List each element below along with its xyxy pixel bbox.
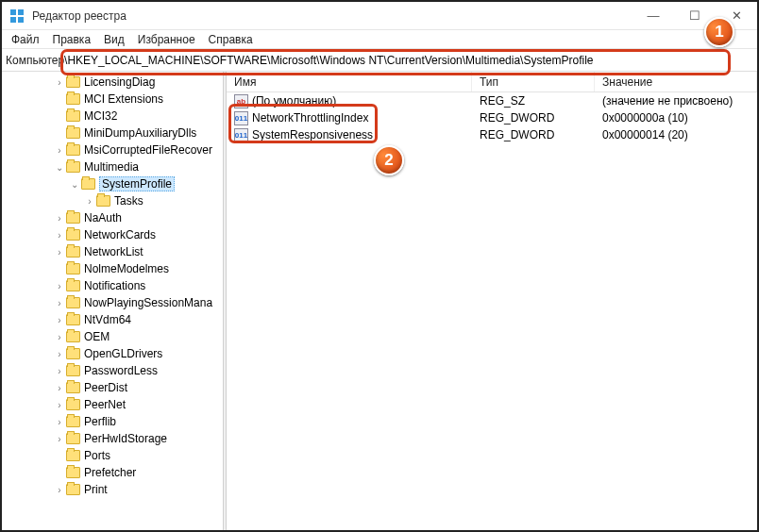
chevron-right-icon[interactable]: › — [53, 432, 66, 445]
tree-item[interactable]: ›NetworkCards — [2, 226, 223, 243]
chevron-right-icon[interactable]: › — [53, 347, 66, 360]
tree-item-label: OEM — [84, 330, 110, 343]
chevron-right-icon[interactable]: › — [53, 211, 66, 224]
tree-item-label: MiniDumpAuxiliaryDlls — [84, 126, 196, 140]
value-row[interactable]: 011NetworkThrottlingIndexREG_DWORD0x0000… — [227, 109, 757, 126]
tree-item[interactable]: ›NowPlayingSessionMana — [2, 294, 223, 311]
chevron-right-icon[interactable]: › — [53, 296, 66, 309]
menu-view[interactable]: Вид — [98, 32, 130, 47]
chevron-right-icon[interactable]: › — [83, 194, 96, 208]
chevron-right-icon[interactable]: › — [53, 381, 66, 394]
folder-icon — [66, 297, 80, 308]
tree-item[interactable]: ›Notifications — [2, 277, 223, 294]
value-data: 0x0000000a (10) — [595, 111, 757, 125]
tree-item[interactable]: Ports — [2, 447, 223, 464]
menu-edit[interactable]: Правка — [47, 32, 97, 47]
folder-icon — [66, 246, 80, 258]
value-type: REG_DWORD — [472, 128, 595, 141]
tree-item[interactable]: ›LicensingDiag — [2, 74, 223, 91]
tree-item[interactable]: ›Tasks — [2, 192, 223, 209]
chevron-right-icon[interactable]: › — [53, 75, 66, 89]
tree-item[interactable]: ⌄Multimedia — [2, 158, 223, 175]
chevron-right-icon[interactable]: › — [53, 415, 66, 428]
string-value-icon: ab — [234, 94, 248, 108]
chevron-right-icon[interactable]: › — [53, 483, 66, 496]
values-pane: Имя Тип Значение ab(По умолчанию)REG_SZ(… — [227, 72, 757, 530]
tree-item[interactable]: ⌄SystemProfile — [2, 175, 223, 192]
folder-icon — [66, 110, 80, 122]
tree-item-label: Tasks — [114, 194, 143, 208]
titlebar: Редактор реестра — ☐ ✕ — [2, 2, 757, 30]
tree-item[interactable]: ›PasswordLess — [2, 362, 223, 379]
chevron-right-icon[interactable]: › — [53, 330, 66, 343]
annotation-badge-2: 2 — [374, 145, 404, 175]
tree-item-label: NaAuth — [84, 211, 122, 224]
folder-icon — [66, 467, 80, 478]
value-row[interactable]: ab(По умолчанию)REG_SZ(значение не присв… — [227, 92, 757, 109]
annotation-badge-1: 1 — [704, 17, 734, 47]
folder-icon — [66, 365, 80, 376]
chevron-right-icon[interactable]: › — [53, 245, 66, 258]
value-name: SystemResponsiveness — [252, 128, 373, 141]
value-name: (По умолчанию) — [252, 94, 336, 108]
chevron-down-icon[interactable]: ⌄ — [53, 160, 66, 174]
tree-item[interactable]: NolmeModelmes — [2, 260, 223, 277]
folder-icon — [66, 348, 80, 359]
menu-file[interactable]: Файл — [6, 32, 45, 47]
tree-item[interactable]: ›PeerNet — [2, 396, 223, 413]
folder-icon — [66, 450, 80, 461]
tree-item-label: NetworkList — [84, 245, 143, 258]
tree-item-label: Print — [84, 483, 108, 496]
tree-item[interactable]: ›NtVdm64 — [2, 311, 223, 328]
folder-icon — [66, 144, 80, 156]
chevron-right-icon[interactable]: › — [53, 364, 66, 377]
tree-item-label: Ports — [84, 449, 110, 462]
col-header-type[interactable]: Тип — [472, 72, 595, 91]
chevron-placeholder — [53, 262, 66, 275]
chevron-right-icon[interactable]: › — [53, 398, 66, 411]
value-row[interactable]: 011SystemResponsivenessREG_DWORD0x000000… — [227, 126, 757, 143]
value-name: NetworkThrottlingIndex — [252, 111, 368, 125]
tree-item[interactable]: MCI32 — [2, 108, 223, 125]
value-data: (значение не присвоено) — [595, 94, 757, 108]
tree-item-label: PeerDist — [84, 381, 127, 394]
tree-item-label: NolmeModelmes — [84, 262, 169, 275]
minimize-button[interactable]: — — [632, 2, 674, 30]
tree-item[interactable]: MiniDumpAuxiliaryDlls — [2, 125, 223, 141]
chevron-right-icon[interactable]: › — [53, 313, 66, 326]
menu-help[interactable]: Справка — [203, 32, 259, 47]
value-data: 0x00000014 (20) — [595, 128, 757, 141]
chevron-right-icon[interactable]: › — [53, 143, 66, 157]
tree-item-label: PerHwIdStorage — [84, 432, 167, 445]
tree-item[interactable]: ›PeerDist — [2, 379, 223, 396]
chevron-placeholder — [53, 449, 66, 462]
col-header-name[interactable]: Имя — [227, 72, 472, 91]
address-bar[interactable]: Компьютер \HKEY_LOCAL_MACHINE\SOFTWARE\M… — [2, 49, 757, 72]
col-header-value[interactable]: Значение — [595, 72, 757, 91]
folder-icon — [66, 93, 80, 105]
chevron-right-icon[interactable]: › — [53, 228, 66, 241]
registry-editor-window: Редактор реестра — ☐ ✕ Файл Правка Вид И… — [0, 0, 759, 532]
tree-item[interactable]: ›MsiCorruptedFileRecover — [2, 141, 223, 158]
folder-icon — [66, 212, 80, 224]
tree-item[interactable]: MCI Extensions — [2, 91, 223, 108]
tree-item[interactable]: ›Print — [2, 481, 223, 498]
tree-item[interactable]: ›Perflib — [2, 413, 223, 430]
registry-tree[interactable]: ›LicensingDiagMCI ExtensionsMCI32MiniDum… — [2, 72, 224, 530]
tree-item[interactable]: ›NetworkList — [2, 243, 223, 260]
address-path: \HKEY_LOCAL_MACHINE\SOFTWARE\Microsoft\W… — [64, 54, 753, 67]
tree-item[interactable]: Prefetcher — [2, 464, 223, 481]
tree-item[interactable]: ›NaAuth — [2, 209, 223, 226]
folder-icon — [81, 178, 95, 190]
folder-icon — [66, 127, 80, 139]
tree-item-label: Prefetcher — [84, 466, 136, 479]
chevron-down-icon[interactable]: ⌄ — [68, 177, 81, 191]
menu-favorites[interactable]: Избранное — [132, 32, 201, 47]
tree-item[interactable]: ›OpenGLDrivers — [2, 345, 223, 362]
tree-item-label: NetworkCards — [84, 228, 156, 241]
tree-item[interactable]: ›OEM — [2, 328, 223, 345]
tree-item-label: Perflib — [84, 415, 116, 428]
chevron-right-icon[interactable]: › — [53, 279, 66, 292]
folder-icon — [66, 263, 80, 274]
tree-item[interactable]: ›PerHwIdStorage — [2, 430, 223, 447]
